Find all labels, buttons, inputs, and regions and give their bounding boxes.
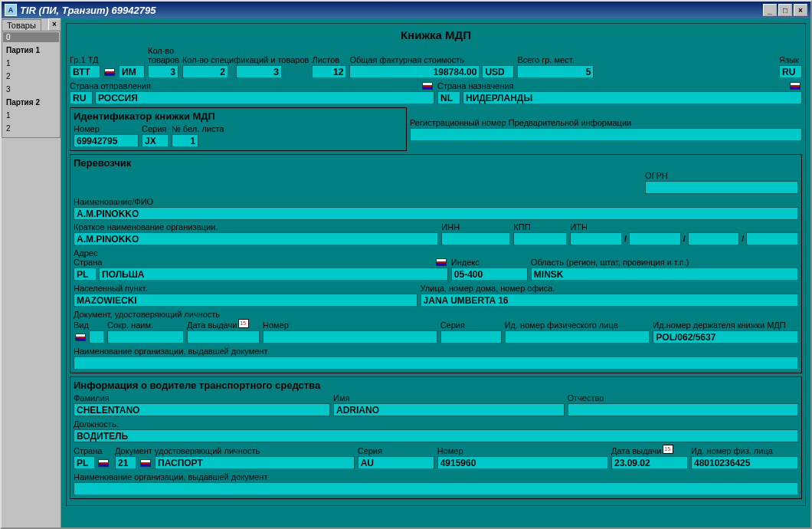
app-icon: A [5,4,17,16]
lbl-dcountry: Страна [74,446,112,455]
itn3-field[interactable] [688,232,740,245]
side-list: 0Партия 1123Партия 212 [2,31,61,138]
ot-field[interactable] [568,403,799,416]
side-tab-goods[interactable]: Товары [2,19,41,31]
itn2-field[interactable] [629,232,681,245]
from-name-field[interactable]: РОССИЯ [95,91,434,104]
mdp-num-field[interactable]: 69942795 [74,134,139,147]
flag-icon [98,459,109,467]
lbl-carrier-name: Наименование/ФИО [74,197,798,206]
lbl-iddoc: Документ, удостоверяющий личность [74,310,798,319]
pos-field[interactable]: ВОДИТЕЛЬ [74,429,798,442]
main-area: Книжка МДП Гр.1 ТД ВТТ ИМ Кол-во товаров… [61,18,810,527]
side-item[interactable]: Партия 1 [3,45,59,55]
to-name-field[interactable]: НИДЕРЛАНДЫ [463,91,802,104]
cur-field[interactable]: USD [482,65,514,78]
side-item[interactable]: 1 [3,110,59,120]
lbl-dser: Серия [358,446,434,455]
holder-field[interactable]: POL/062/5637 [653,330,798,343]
cnt-field[interactable]: 3 [148,65,178,78]
dnum-field[interactable]: 4915960 [437,456,608,469]
lbl-ot: Отчество [568,393,799,402]
side-item[interactable]: 3 [3,84,59,94]
region-field[interactable]: MINSK [531,268,798,281]
inn-field[interactable] [441,232,510,245]
fam-field[interactable]: CHELENTANO [74,403,330,416]
ddoc-code-field[interactable]: 21 [115,456,136,469]
cser-field[interactable] [440,330,502,343]
didnum-field[interactable]: 48010236425 [691,456,798,469]
lbl-lang: Язык [779,55,802,64]
mdp-ser-field[interactable]: JX [142,134,169,147]
itn1-field[interactable] [570,232,622,245]
inv-field[interactable]: 198784.00 [349,65,480,78]
side-item[interactable]: 2 [3,123,59,133]
issuer-field[interactable] [74,356,798,370]
cdate-field[interactable] [187,330,260,343]
kpp-field[interactable] [513,232,567,245]
sheets-field[interactable]: 12 [312,65,346,78]
lbl-region: Область (регион, штат, провинция и т.п.) [531,258,798,267]
side-item[interactable]: 0 [3,32,59,42]
lbl-mdp-num: Номер [74,124,139,133]
lbl-mdp-ser: Серия [142,124,169,133]
lbl-inn: ИНН [441,222,510,232]
flag-icon [104,68,115,76]
ddoc-name-field[interactable]: ПАСПОРТ [155,456,355,469]
minimize-button[interactable]: _ [763,4,777,16]
flag-icon [75,334,86,341]
places-field[interactable]: 5 [517,65,594,78]
cnum-field[interactable] [263,330,437,343]
mdp-wl-field[interactable]: 1 [172,134,198,147]
carrier-name-field[interactable]: A.M.PINOKKO [74,207,798,220]
side-close-button[interactable]: × [48,18,61,31]
street-field[interactable]: JANA UMBERTA 16 [421,294,798,307]
abbr-field[interactable] [107,330,184,343]
idx-field[interactable]: 05-400 [451,268,528,281]
lbl-gr1td: Гр.1 ТД [70,55,145,64]
lbl-ogrn: ОГРН [645,171,798,180]
flag-icon [790,82,801,90]
calendar-icon[interactable] [663,445,673,454]
spec-b-field[interactable]: 3 [236,65,282,78]
window-title: TIR (ПИ, Транзит) 69942795 [20,5,156,16]
side-item[interactable]: 1 [3,58,59,68]
lbl-issuer: Наименование организации, выдавшей докум… [74,347,798,356]
ogrn-field[interactable] [645,181,798,194]
lbl-sheets: Листов [312,55,346,64]
lbl-inv: Общая фактурная стоимость [349,55,514,64]
dser-field[interactable]: AU [358,456,434,469]
itn4-field[interactable] [746,232,798,245]
ac-code-field[interactable]: PL [74,268,97,281]
reg-field[interactable] [410,128,802,141]
city-field[interactable]: MAZOWIECKI [74,294,417,307]
side-item[interactable]: 2 [3,71,59,81]
lbl-idnum: Ид. номер физического лица [505,320,650,330]
ddate-field[interactable]: 23.09.02 [611,456,688,469]
gr1td-field[interactable]: ВТТ [70,65,100,78]
driver-box: Информация о водителе транспортного сред… [70,376,802,499]
lbl-places: Всего гр. мест. [517,55,594,64]
lbl-reg: Регистрационный номер Предварительной ин… [410,118,802,127]
close-button[interactable]: × [794,4,807,16]
ac-name-field[interactable]: ПОЛЬША [99,268,448,281]
kind-field[interactable] [89,330,104,343]
idnum-field[interactable] [505,330,650,343]
lbl-dissuer: Наименование организации, выдавшей докум… [74,472,798,481]
dcountry-field[interactable]: PL [74,456,95,469]
lang-field[interactable]: RU [779,65,802,78]
driver-title: Информация о водителе транспортного сред… [74,380,798,391]
carrier-short-field[interactable]: A.M.PINOKKO [74,232,438,245]
dissuer-field[interactable] [74,482,798,495]
mdp-title: Идентификатор книжки МДП [74,110,403,122]
flag-icon [140,459,151,467]
spec-a-field[interactable]: 2 [182,65,228,78]
im-field[interactable]: ADRIANO [333,403,565,416]
to-code-field[interactable]: NL [437,91,460,104]
calendar-icon[interactable] [238,319,249,328]
lbl-city: Населенный пункт. [74,284,417,293]
im-field[interactable]: ИМ [119,65,145,78]
side-item[interactable]: Партия 2 [3,97,59,107]
from-code-field[interactable]: RU [70,91,93,104]
maximize-button[interactable]: □ [778,4,792,16]
